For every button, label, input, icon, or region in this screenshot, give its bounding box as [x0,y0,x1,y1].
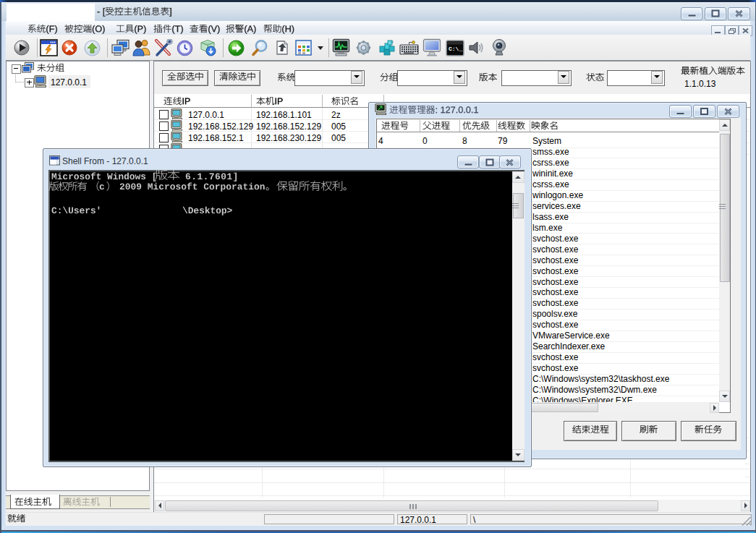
svg-text:C:\_: C:\_ [449,46,462,52]
